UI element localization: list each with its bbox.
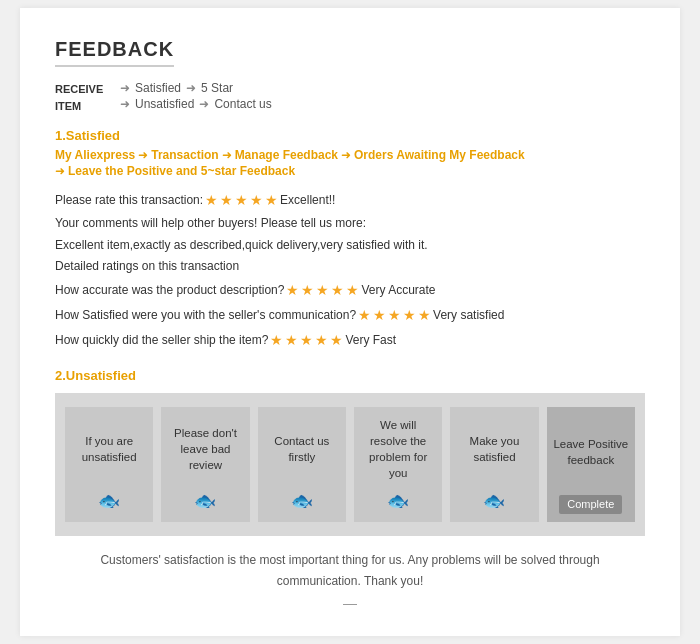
accuracy-text: How accurate was the product description… <box>55 280 284 302</box>
card4-text: We will resolve the problem for you <box>360 417 436 481</box>
receive-satisfied: Satisfied <box>135 81 181 95</box>
communication-text: How Satisfied were you with the seller's… <box>55 305 356 327</box>
star-a1: ★ <box>286 278 299 303</box>
star-s4: ★ <box>315 328 328 353</box>
shipping-line: How quickly did the seller ship the item… <box>55 328 645 353</box>
star-a3: ★ <box>316 278 329 303</box>
very-accurate-label: Very Accurate <box>361 280 435 302</box>
fish-icon-1: 🐟 <box>98 489 120 514</box>
rating-line-1: Please rate this transaction: ★ ★ ★ ★ ★ … <box>55 188 645 213</box>
footer-text: Customers' satisfaction is the most impo… <box>55 550 645 591</box>
breadcrumb-row2: ➜ Leave the Positive and 5~star Feedback <box>55 164 645 178</box>
breadcrumb-arrow-4: ➜ <box>55 164 65 178</box>
rating-block: Please rate this transaction: ★ ★ ★ ★ ★ … <box>55 188 645 354</box>
card5-text: Make you satisfied <box>456 417 532 481</box>
receive-section: RECEIVEITEM ➜ Satisfied ➜ 5 Star ➜ Unsat… <box>55 81 645 114</box>
communication-line: How Satisfied were you with the seller's… <box>55 303 645 328</box>
card6-text: Leave Positive feedback <box>553 417 629 487</box>
excellent-label: Excellent!! <box>280 190 335 212</box>
receive-items: ➜ Satisfied ➜ 5 Star ➜ Unsatisfied ➜ Con… <box>120 81 272 114</box>
receive-contact: Contact us <box>214 97 271 111</box>
arrow-icon-3: ➜ <box>120 97 130 111</box>
receive-unsatisfied: Unsatisfied <box>135 97 194 111</box>
rate-text: Please rate this transaction: <box>55 190 203 212</box>
card2-text: Please don't leave bad review <box>167 417 243 481</box>
unsatisfied-title: 2.Unsatisfied <box>55 368 645 383</box>
page-title: FEEDBACK <box>55 38 174 67</box>
star-3: ★ <box>235 188 248 213</box>
star-a5: ★ <box>346 278 359 303</box>
flow-card-4: We will resolve the problem for you 🐟 <box>354 407 442 523</box>
detailed-ratings: Detailed ratings on this transaction <box>55 256 645 278</box>
flow-card-5: Make you satisfied 🐟 <box>450 407 538 523</box>
fish-icon-2: 🐟 <box>194 489 216 514</box>
star-c4: ★ <box>403 303 416 328</box>
breadcrumb-myaliexpress[interactable]: My Aliexpress <box>55 148 135 162</box>
star-c3: ★ <box>388 303 401 328</box>
star-2: ★ <box>220 188 233 213</box>
card1-text: If you are unsatisfied <box>71 417 147 481</box>
star-5: ★ <box>265 188 278 213</box>
very-fast-label: Very Fast <box>345 330 396 352</box>
breadcrumb-orders-awaiting[interactable]: Orders Awaiting My Feedback <box>354 148 525 162</box>
arrow-icon-2: ➜ <box>186 81 196 95</box>
flow-card-6: Leave Positive feedback Complete <box>547 407 635 523</box>
receive-row-unsatisfied: ➜ Unsatisfied ➜ Contact us <box>120 97 272 111</box>
flow-card-3: Contact us firstly 🐟 <box>258 407 346 523</box>
star-c5: ★ <box>418 303 431 328</box>
flow-card-2: Please don't leave bad review 🐟 <box>161 407 249 523</box>
star-c2: ★ <box>373 303 386 328</box>
flow-container: If you are unsatisfied 🐟 Please don't le… <box>55 393 645 537</box>
arrow-icon-4: ➜ <box>199 97 209 111</box>
accuracy-line: How accurate was the product description… <box>55 278 645 303</box>
receive-label: RECEIVEITEM <box>55 81 110 114</box>
comments-line: Your comments will help other buyers! Pl… <box>55 213 645 235</box>
fish-icon-5: 🐟 <box>483 489 505 514</box>
fish-icon-4: 🐟 <box>387 489 409 514</box>
receive-row-satisfied: ➜ Satisfied ➜ 5 Star <box>120 81 272 95</box>
arrow-icon: ➜ <box>120 81 130 95</box>
star-s2: ★ <box>285 328 298 353</box>
comment-text: Excellent item,exactly as described,quic… <box>55 235 645 257</box>
breadcrumb: My Aliexpress ➜ Transaction ➜ Manage Fee… <box>55 148 645 162</box>
star-4: ★ <box>250 188 263 213</box>
page-wrapper: FEEDBACK RECEIVEITEM ➜ Satisfied ➜ 5 Sta… <box>20 8 680 636</box>
star-s3: ★ <box>300 328 313 353</box>
fish-icon-3: 🐟 <box>291 489 313 514</box>
star-a4: ★ <box>331 278 344 303</box>
breadcrumb-manage-feedback[interactable]: Manage Feedback <box>235 148 338 162</box>
shipping-text: How quickly did the seller ship the item… <box>55 330 268 352</box>
card3-text: Contact us firstly <box>264 417 340 481</box>
receive-5star: 5 Star <box>201 81 233 95</box>
complete-badge: Complete <box>559 495 622 514</box>
breadcrumb-leave-feedback: Leave the Positive and 5~star Feedback <box>68 164 295 178</box>
star-a2: ★ <box>301 278 314 303</box>
star-s5: ★ <box>330 328 343 353</box>
breadcrumb-arrow-3: ➜ <box>341 148 351 162</box>
star-s1: ★ <box>270 328 283 353</box>
flow-card-1: If you are unsatisfied 🐟 <box>65 407 153 523</box>
very-satisfied-label: Very satisfied <box>433 305 504 327</box>
star-1: ★ <box>205 188 218 213</box>
footer-dash: — <box>55 595 645 611</box>
star-c1: ★ <box>358 303 371 328</box>
breadcrumb-arrow-1: ➜ <box>138 148 148 162</box>
satisfied-title: 1.Satisfied <box>55 128 645 143</box>
breadcrumb-arrow-2: ➜ <box>222 148 232 162</box>
breadcrumb-transaction[interactable]: Transaction <box>151 148 218 162</box>
